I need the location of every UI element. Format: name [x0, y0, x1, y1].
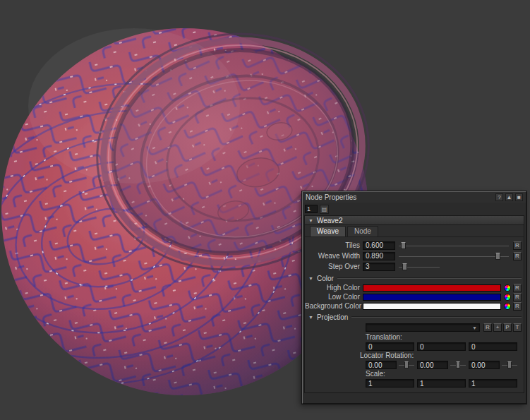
tiles-label: Tiles: [305, 241, 363, 249]
titlebar-icons: ? ▲ ■: [495, 193, 523, 201]
section-divider: [337, 277, 522, 279]
background-color-label: Background Color: [305, 302, 363, 310]
slider-handle[interactable]: [404, 361, 409, 368]
panel-title: Node Properties: [306, 193, 356, 201]
stack-icon: ▤: [322, 206, 327, 212]
translate-y-input[interactable]: [417, 342, 466, 351]
background-color-reset-button[interactable]: R: [513, 302, 522, 311]
color-section-label: Color: [317, 275, 334, 282]
tab-node[interactable]: Node: [347, 226, 378, 236]
slider-groove: [399, 246, 509, 246]
stack-toggle-button[interactable]: ▤: [320, 205, 329, 214]
color-wheel-icon[interactable]: [504, 303, 511, 310]
knob-row-step-over: Step Over: [305, 261, 524, 272]
node-header[interactable]: ▼ Weave2: [305, 216, 524, 225]
slider-handle[interactable]: [495, 253, 500, 260]
rotate-x-slider[interactable]: [399, 361, 414, 369]
collapse-icon[interactable]: ▼: [308, 315, 313, 320]
projection-reset-button[interactable]: R: [483, 323, 492, 332]
high-color-label: High Color: [305, 284, 363, 292]
rotate-x-input[interactable]: [366, 361, 397, 369]
float-icon[interactable]: ■: [515, 193, 523, 201]
node-properties-panel: Node Properties ? ▲ ■ ▤ ▼ Weave2 Weave N…: [302, 191, 526, 404]
node-content: Tiles R Weave Width R Step: [305, 237, 524, 392]
slider-handle[interactable]: [401, 242, 406, 249]
translate-z-input[interactable]: [469, 342, 517, 351]
weave-width-slider[interactable]: [399, 252, 509, 260]
tab-bar: Weave Node: [305, 225, 524, 237]
slider-groove: [399, 256, 509, 257]
rotation-z-group: [469, 361, 517, 369]
step-over-slider[interactable]: [399, 263, 440, 271]
weave-width-reset-button[interactable]: R: [513, 252, 522, 260]
projection-row: ▼ R + P T: [305, 322, 524, 333]
scale-x-input[interactable]: [366, 379, 414, 388]
chevron-down-icon: ▼: [472, 325, 477, 330]
projection-section-label: Projection: [317, 313, 348, 321]
high-color-swatch[interactable]: [363, 284, 501, 292]
locator-rotation-row: [305, 360, 524, 370]
collapse-icon[interactable]: ▼: [308, 218, 313, 223]
rotate-z-slider[interactable]: [502, 361, 517, 369]
scale-label: Scale:: [305, 370, 524, 378]
expand-icon[interactable]: ▲: [505, 193, 513, 201]
tiles-input[interactable]: [363, 241, 395, 250]
color-section-header[interactable]: ▼ Color: [305, 273, 524, 283]
locator-rotation-label: Locator Rotation:: [305, 352, 524, 360]
weave-width-label: Weave Width: [305, 252, 363, 260]
color-wheel-icon[interactable]: [504, 284, 511, 292]
knob-row-weave-width: Weave Width R: [305, 251, 524, 261]
projection-section-header[interactable]: ▼ Projection: [305, 312, 524, 322]
rotate-z-input[interactable]: [469, 361, 500, 369]
scale-y-input[interactable]: [417, 379, 466, 388]
projection-p-button[interactable]: P: [503, 323, 512, 332]
color-row-background: Background Color R: [305, 301, 524, 311]
translate-x-input[interactable]: [366, 342, 414, 351]
section-divider: [351, 316, 522, 318]
slider-handle[interactable]: [402, 263, 407, 270]
panel-titlebar[interactable]: Node Properties ? ▲ ■: [303, 192, 526, 203]
low-color-swatch[interactable]: [363, 294, 501, 301]
scale-z-input[interactable]: [469, 379, 517, 388]
stack-count-input[interactable]: [305, 205, 318, 213]
help-icon[interactable]: ?: [495, 193, 503, 201]
background-color-swatch[interactable]: [363, 303, 501, 310]
rotation-x-group: [366, 361, 414, 369]
tiles-reset-button[interactable]: R: [513, 241, 522, 250]
projection-add-button[interactable]: +: [493, 323, 502, 332]
node-name: Weave2: [317, 217, 343, 224]
projection-t-button[interactable]: T: [513, 323, 522, 332]
rotate-y-input[interactable]: [417, 361, 448, 369]
low-color-label: Low Color: [305, 293, 363, 301]
weave-width-input[interactable]: [363, 252, 395, 260]
tab-weave[interactable]: Weave: [310, 226, 346, 236]
rotation-y-group: [417, 361, 466, 369]
high-color-reset-button[interactable]: R: [513, 284, 522, 292]
scale-row: [305, 378, 524, 388]
slider-handle[interactable]: [507, 361, 512, 368]
panel-toolbar: ▤: [303, 203, 526, 215]
slider-handle[interactable]: [456, 361, 460, 368]
knob-row-tiles: Tiles R: [305, 240, 524, 251]
step-over-input[interactable]: [363, 263, 395, 271]
step-over-label: Step Over: [305, 263, 363, 270]
node-panel: ▼ Weave2 Weave Node Tiles R Weave Width: [304, 215, 524, 393]
color-row-high: High Color R: [305, 283, 524, 292]
projection-dropdown[interactable]: ▼: [366, 323, 480, 332]
rotate-y-slider[interactable]: [450, 361, 466, 369]
low-color-reset-button[interactable]: R: [513, 293, 522, 301]
color-row-low: Low Color R: [305, 292, 524, 301]
collapse-icon[interactable]: ▼: [308, 276, 313, 281]
tiles-slider[interactable]: [399, 241, 509, 250]
translation-label: Translation:: [305, 333, 524, 342]
color-wheel-icon[interactable]: [504, 294, 511, 301]
translation-row: [305, 342, 524, 352]
